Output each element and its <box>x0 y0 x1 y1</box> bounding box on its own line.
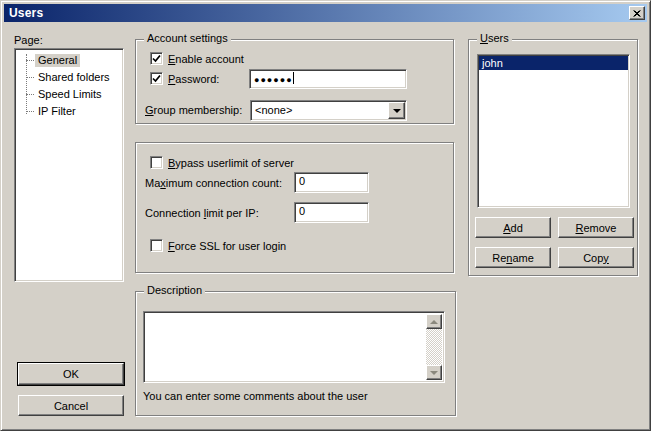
copy-button[interactable]: Copy <box>558 247 634 268</box>
checkbox-unchecked-icon <box>150 239 163 252</box>
users-dialog: Users Page: General Shared folders Speed… <box>0 0 651 431</box>
users-group-label: Users <box>477 32 512 45</box>
page-tree[interactable]: General Shared folders Speed Limits IP F… <box>14 48 124 282</box>
scroll-up-button[interactable] <box>426 314 442 329</box>
combo-dropdown-button[interactable] <box>388 102 405 119</box>
limits-group: Bypass userlimit of server Maximum conne… <box>135 142 454 273</box>
tree-item-general[interactable]: General <box>17 52 121 69</box>
checkbox-unchecked-icon <box>150 156 163 169</box>
tree-item-ip-filter[interactable]: IP Filter <box>17 103 121 120</box>
page-label: Page: <box>14 34 43 47</box>
tree-item-shared-folders[interactable]: Shared folders <box>17 69 121 86</box>
force-ssl-checkbox[interactable]: Force SSL for user login <box>150 239 286 252</box>
tree-item-speed-limits[interactable]: Speed Limits <box>17 86 121 103</box>
vertical-scrollbar[interactable] <box>426 314 442 380</box>
arrow-up-icon <box>430 320 438 324</box>
password-checkbox[interactable]: Password: <box>150 72 219 85</box>
chevron-down-icon <box>393 109 401 113</box>
add-button[interactable]: Add <box>475 217 551 238</box>
list-item[interactable]: john <box>479 56 628 70</box>
password-input[interactable]: ●●●●●● <box>249 69 407 89</box>
arrow-down-icon <box>430 371 438 375</box>
rename-button[interactable]: Rename <box>475 247 551 268</box>
description-hint: You can enter some comments about the us… <box>143 390 368 403</box>
scroll-down-button[interactable] <box>426 365 442 380</box>
title-bar[interactable]: Users <box>4 4 647 22</box>
description-group: Description You can enter some comments … <box>135 291 456 416</box>
checkbox-checked-icon <box>150 52 163 65</box>
close-icon <box>633 10 641 17</box>
account-settings-group-label: Account settings <box>144 32 231 45</box>
checkbox-checked-icon <box>150 72 163 85</box>
group-membership-select[interactable]: <none> <box>250 100 407 121</box>
window-title: Users <box>4 6 43 20</box>
enable-account-checkbox[interactable]: Enable account <box>150 52 244 65</box>
connection-limit-input[interactable]: 0 <box>294 202 369 223</box>
account-settings-group: Account settings Enable account Password… <box>135 39 454 124</box>
remove-button[interactable]: Remove <box>558 217 634 238</box>
group-membership-label: Group membership: <box>145 104 242 117</box>
scrollbar-track[interactable] <box>426 329 442 365</box>
users-group: Users john Add Remove Rename Copy <box>468 39 638 276</box>
max-connection-input[interactable]: 0 <box>294 172 369 193</box>
description-group-label: Description <box>144 284 205 297</box>
close-button[interactable] <box>629 6 645 20</box>
cancel-button[interactable]: Cancel <box>18 395 124 416</box>
ok-button[interactable]: OK <box>17 362 125 386</box>
users-listbox[interactable]: john <box>477 54 630 208</box>
max-connection-label: Maximum connection count: <box>145 177 282 190</box>
connection-limit-label: Connection limit per IP: <box>145 207 259 220</box>
description-textarea[interactable] <box>143 311 445 383</box>
bypass-userlimit-checkbox[interactable]: Bypass userlimit of server <box>150 156 294 169</box>
